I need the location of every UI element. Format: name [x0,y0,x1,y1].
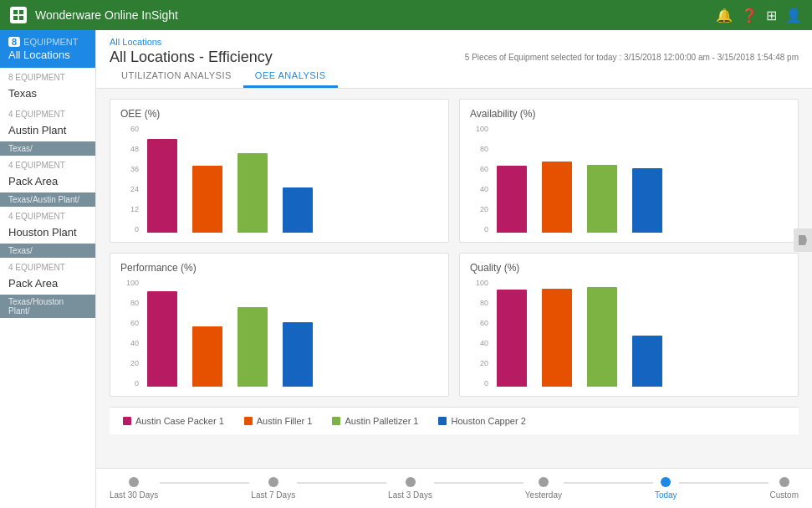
charts-grid: OEE (%) 60483624120 Availability (%) 100… [110,99,799,397]
pack-houston-path: Texas/Houston Plant/ [0,295,95,318]
sidebar-group-houston: 4 EQUIPMENT Houston Plant Texas/ [0,207,95,258]
help-icon[interactable]: ❓ [741,8,758,23]
timeline-connector [297,482,386,484]
chart-legend: Austin Case Packer 1Austin Filler 1Austi… [110,407,799,434]
grid-icon[interactable]: ⊞ [766,8,777,23]
houston-path: Texas/ [0,244,95,258]
sidebar-item-pack-area-austin[interactable]: Pack Area [0,172,95,192]
sidebar-group-pack-area-austin: 4 EQUIPMENT Pack Area Texas/Austin Plant… [0,156,95,207]
timeline-item-last-7-days[interactable]: Last 7 Days [251,477,295,500]
legend-item: Austin Case Packer 1 [123,416,224,426]
sidebar-item-austin-plant[interactable]: Austin Plant [0,121,95,141]
quality-chart-card: Quality (%) 100806040200 [459,253,799,397]
notification-icon[interactable]: 🔔 [716,8,733,23]
pack-austin-path: Texas/Austin Plant/ [0,192,95,207]
svg-rect-0 [13,10,18,14]
sidebar: 8 EQUIPMENT All Locations 8 EQUIPMENT Te… [0,30,96,508]
all-locations-label: All Locations [8,49,87,61]
timeline-connector [434,482,523,484]
quality-chart-area: 100806040200 [470,279,788,387]
timeline-connector [679,482,769,484]
timeline-connector [160,482,249,484]
performance-chart-area: 100806040200 [120,279,438,387]
performance-chart-title: Performance (%) [120,262,438,274]
app-title: Wonderware Online InSight [35,8,716,22]
timeline-item-today[interactable]: Today [655,477,677,500]
timeline-item-last-3-days[interactable]: Last 3 Days [388,477,432,500]
texas-equipment-label: 8 EQUIPMENT [0,68,95,84]
tab-utilization[interactable]: UTILIZATION ANALYSIS [110,65,243,88]
legend-item: Austin Filler 1 [244,416,313,426]
timeline-item-yesterday[interactable]: Yesterday [525,477,562,500]
pack-austin-equipment-label: 4 EQUIPMENT [0,156,95,172]
availability-chart-area: 100806040200 [470,125,788,233]
nav-icons: 🔔 ❓ ⊞ 👤 [716,8,802,23]
austin-equipment-label: 4 EQUIPMENT [0,105,95,121]
availability-chart-card: Availability (%) 100806040200 [459,99,799,243]
logo-icon [10,7,27,23]
timeline: Last 30 DaysLast 7 DaysLast 3 DaysYester… [96,468,812,508]
sidebar-group-texas: 8 EQUIPMENT Texas [0,68,95,105]
austin-path: Texas/ [0,141,95,156]
charts-area: OEE (%) 60483624120 Availability (%) 100… [96,89,812,468]
timeline-connector [564,482,653,484]
oee-chart-area: 60483624120 [120,125,438,233]
svg-rect-2 [13,16,18,20]
availability-chart-title: Availability (%) [470,108,788,120]
top-nav: Wonderware Online InSight 🔔 ❓ ⊞ 👤 [0,0,812,30]
svg-rect-3 [19,16,23,20]
timeline-item-custom[interactable]: Custom [770,477,799,500]
sidebar-group-pack-area-houston: 4 EQUIPMENT Pack Area Texas/Houston Plan… [0,258,95,318]
tab-oee[interactable]: OEE ANALYSIS [243,65,338,88]
pack-houston-equipment-label: 4 EQUIPMENT [0,258,95,274]
main-content-area: All Locations All Locations - Efficiency… [96,30,812,508]
svg-rect-1 [19,10,23,14]
sidebar-item-texas[interactable]: Texas [0,84,95,105]
performance-chart-card: Performance (%) 100806040200 [110,253,449,397]
sidebar-item-pack-area-houston[interactable]: Pack Area [0,274,95,295]
oee-chart-title: OEE (%) [120,108,438,120]
tabs: UTILIZATION ANALYSIS OEE ANALYSIS [110,65,799,88]
legend-item: Austin Palletizer 1 [332,416,418,426]
all-locations-badge: 8 [8,37,20,47]
main-header: All Locations All Locations - Efficiency… [96,30,812,89]
account-icon[interactable]: 👤 [785,8,802,23]
quality-chart-title: Quality (%) [470,262,788,274]
houston-equipment-label: 4 EQUIPMENT [0,207,95,223]
timeline-item-last-30-days[interactable]: Last 30 Days [110,477,158,500]
legend-item: Houston Capper 2 [438,416,525,426]
breadcrumb: All Locations [110,37,799,47]
sidebar-item-all-locations[interactable]: 8 EQUIPMENT All Locations [0,30,95,68]
tag-icon[interactable] [794,228,812,252]
sidebar-item-houston-plant[interactable]: Houston Plant [0,223,95,244]
all-locations-count: 8 EQUIPMENT [8,37,87,47]
sidebar-group-austin: 4 EQUIPMENT Austin Plant Texas/ [0,105,95,156]
oee-chart-card: OEE (%) 60483624120 [110,99,449,243]
